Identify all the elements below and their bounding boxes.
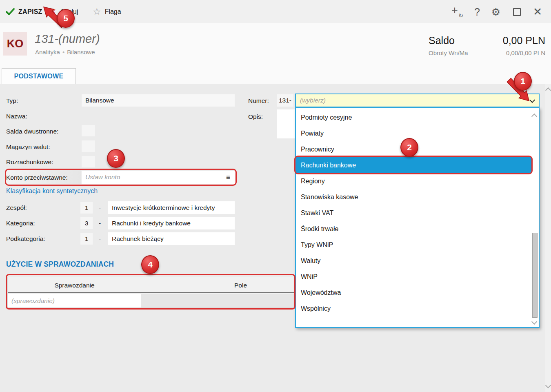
podkategoria-separator: - <box>99 235 101 243</box>
dropdown-item-powiaty[interactable]: Powiaty <box>296 125 532 141</box>
cancel-button-label: Anuluj <box>60 8 78 16</box>
page-scrollbar[interactable] <box>545 84 551 392</box>
check-icon <box>6 8 15 15</box>
app-window: ZAPISZ ✕ Anuluj ☆ Flaga +↻ ? ⚙ ✕ KO 131-… <box>0 0 551 392</box>
settings-button[interactable]: ⚙ <box>488 4 504 20</box>
page-title: 131-(numer) <box>35 32 100 46</box>
typ-label: Typ: <box>6 97 18 105</box>
column-header-pole[interactable]: Pole <box>141 277 295 293</box>
dropdown-item-podmioty-cesyjne[interactable]: Podmioty cesyjne <box>296 109 532 125</box>
rozrachunkowe-checkbox[interactable] <box>82 156 95 167</box>
x-icon: ✕ <box>50 8 56 16</box>
sprawozdanie-input[interactable] <box>8 294 141 307</box>
dropdown-scrollbar-thumb[interactable] <box>532 233 538 318</box>
subtitle-analityka: Analityka <box>35 49 60 56</box>
question-icon: ? <box>474 7 480 17</box>
saldo-value: 0,00 PLN <box>503 35 545 47</box>
typ-value[interactable]: Bilansowe <box>82 94 235 107</box>
numer-combo-input[interactable] <box>296 94 518 107</box>
dropdown-item-pracownicy[interactable]: Pracownicy <box>296 141 532 157</box>
zespol-label: Zespół: <box>6 204 27 212</box>
dropdown-item-typy-wnip[interactable]: Typy WNiP <box>296 237 532 253</box>
table-cell-sprawozdanie <box>8 294 141 307</box>
chevron-down-icon[interactable] <box>529 97 535 103</box>
kategoria-separator: - <box>99 220 101 227</box>
magazyn-walut-checkbox[interactable] <box>82 140 95 152</box>
uzycie-heading: UŻYCIE W SPRAWOZDANIACH <box>6 260 114 269</box>
page-scroll-up-icon[interactable] <box>545 87 551 93</box>
podkategoria-description[interactable]: Rachunek bieżący <box>108 232 235 245</box>
record-type-badge: KO <box>3 32 27 56</box>
plus-refresh-icon: +↻ <box>451 7 462 17</box>
tab-podstawowe[interactable]: PODSTAWOWE <box>2 68 76 84</box>
dropdown-item-stawki-vat[interactable]: Stawki VAT <box>296 205 532 221</box>
sprawozdania-table: Sprawozdanie Pole <box>7 277 295 308</box>
opis-label: Opis: <box>248 113 263 120</box>
saldo-row: Saldo 0,00 PLN <box>429 35 545 47</box>
numer-prefix: 131- <box>277 94 293 107</box>
obroty-row: Obroty Wn/Ma 0,00/0,00 PLN <box>429 49 545 56</box>
zespol-number[interactable]: 1 <box>80 202 93 214</box>
saldo-label: Saldo <box>429 35 455 47</box>
konto-przeciwstawne-input[interactable] <box>82 171 235 184</box>
bullet-separator: • <box>60 49 67 56</box>
klasyfikacja-link[interactable]: Klasyfikacja kont syntetycznych <box>6 187 98 195</box>
new-record-button[interactable]: +↻ <box>449 4 464 20</box>
kategoria-number[interactable]: 3 <box>80 217 93 229</box>
hamburger-icon[interactable]: ≡ <box>226 174 230 182</box>
star-outline-icon: ☆ <box>93 7 101 16</box>
salda-dwustronne-label: Salda dwustronne: <box>6 128 58 135</box>
obroty-label: Obroty Wn/Ma <box>429 49 468 56</box>
close-button[interactable]: ✕ <box>530 4 545 20</box>
obroty-value: 0,00/0,00 PLN <box>506 49 545 56</box>
header: KO 131-(numer) Analityka•Bilansowe Saldo… <box>0 23 551 84</box>
annotation-circle-4: 4 <box>141 255 159 274</box>
dropdown-item-srodki-trwale[interactable]: Środki trwałe <box>296 221 532 237</box>
table-cell-pole <box>141 294 295 307</box>
x-icon: ✕ <box>533 7 542 18</box>
dropdown-item-waluty[interactable]: Waluty <box>296 253 532 269</box>
konto-przeciwstawne-label: Konto przeciwstawne: <box>6 174 68 181</box>
page-scroll-down-icon[interactable] <box>545 383 551 388</box>
gear-icon: ⚙ <box>491 7 500 17</box>
kategoria-description[interactable]: Rachunki i kredyty bankowe <box>108 217 235 229</box>
magazyn-walut-label: Magazyn walut: <box>6 143 50 151</box>
cancel-button[interactable]: ✕ Anuluj <box>50 0 78 23</box>
numer-label: Numer: <box>248 97 269 105</box>
table-header: Sprawozdanie Pole <box>8 277 294 293</box>
dropdown-item-stanowiska-kasowe[interactable]: Stanowiska kasowe <box>296 189 532 205</box>
salda-dwustronne-checkbox[interactable] <box>82 125 95 136</box>
dropdown-item-regiony[interactable]: Regiony <box>296 173 532 189</box>
help-button[interactable]: ? <box>469 4 485 20</box>
annotation-circle-3: 3 <box>107 149 125 168</box>
save-button-label: ZAPISZ <box>18 8 42 16</box>
dropdown-item-wspolnicy[interactable]: Wspólnicy <box>296 301 532 316</box>
dropdown-item-rachunki-bankowe[interactable]: Rachunki bankowe <box>296 157 532 173</box>
rozrachunkowe-label: Rozrachunkowe: <box>6 158 53 166</box>
kategoria-label: Kategoria: <box>6 220 35 227</box>
subtitle-bilansowe: Bilansowe <box>67 49 95 56</box>
podkategoria-number[interactable]: 1 <box>80 233 93 245</box>
toolbar: ZAPISZ ✕ Anuluj ☆ Flaga +↻ ? ⚙ ✕ <box>0 0 551 23</box>
dropdown-item-wnip[interactable]: WNiP <box>296 269 532 285</box>
numer-combobox[interactable] <box>295 94 540 107</box>
maximize-button[interactable] <box>509 4 524 20</box>
zespol-separator: - <box>99 204 101 212</box>
zespol-description[interactable]: Inwestycje krótkoterminowe i kredyty <box>108 201 235 214</box>
flag-button[interactable]: ☆ Flaga <box>93 0 121 23</box>
column-header-sprawozdanie[interactable]: Sprawozdanie <box>8 277 141 293</box>
flag-button-label: Flaga <box>105 8 121 16</box>
page-subtitle: Analityka•Bilansowe <box>35 49 95 56</box>
nazwa-label: Nazwa: <box>6 113 27 120</box>
podkategoria-label: Podkategoria: <box>6 235 45 243</box>
save-button[interactable]: ZAPISZ <box>6 0 42 23</box>
square-icon <box>513 8 521 16</box>
dropdown-item-wojewodztwa[interactable]: Województwa <box>296 285 532 301</box>
